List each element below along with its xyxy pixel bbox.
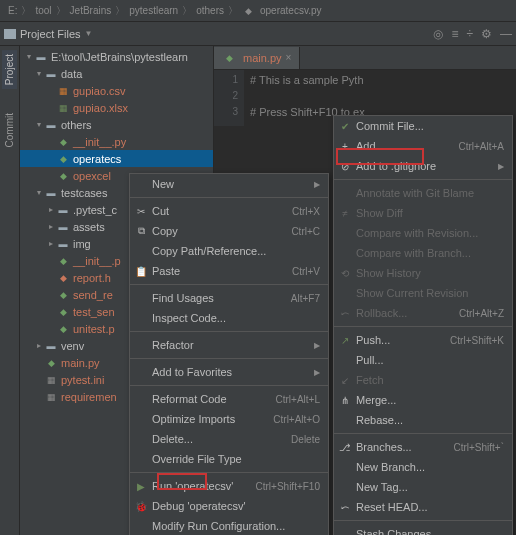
project-toolbar: Project Files ▼ ◎ ≡ ÷ ⚙ — [0, 22, 516, 46]
text-file-icon: ▦ [44, 391, 58, 403]
menu-copy[interactable]: ⧉CopyCtrl+C [130, 221, 328, 241]
folder-icon: ▬ [44, 68, 58, 80]
menu-stash[interactable]: Stash Changes... [334, 524, 512, 535]
folder-icon: ▬ [56, 204, 70, 216]
debug-icon: 🐞 [134, 501, 148, 512]
python-file-icon: ◆ [242, 5, 256, 17]
menu-git-add[interactable]: +AddCtrl+Alt+A [334, 136, 512, 156]
gear-icon[interactable]: ⚙ [481, 27, 492, 41]
folder-icon: ▬ [44, 119, 58, 131]
push-icon: ↗ [338, 335, 352, 346]
ini-file-icon: ▦ [44, 374, 58, 386]
menu-delete[interactable]: Delete...Delete [130, 429, 328, 449]
history-icon: ⟲ [338, 268, 352, 279]
menu-run[interactable]: ▶Run 'operatecsv'Ctrl+Shift+F10 [130, 476, 328, 496]
menu-reformat[interactable]: Reformat CodeCtrl+Alt+L [130, 389, 328, 409]
gitignore-icon: ⊘ [338, 161, 352, 172]
reset-icon: ⤺ [338, 502, 352, 513]
menu-cut[interactable]: ✂CutCtrl+X [130, 201, 328, 221]
sort-icon[interactable]: ≡ [451, 27, 458, 41]
editor-gutter: 1 2 3 [214, 70, 244, 126]
python-file-icon: ◆ [56, 255, 70, 267]
breadcrumb[interactable]: E:〉 tool〉 JetBrains〉 pytestlearn〉 others… [0, 0, 516, 22]
tree-file[interactable]: ◆__init__.py [20, 133, 213, 150]
menu-pull[interactable]: Pull... [334, 350, 512, 370]
expand-icon[interactable]: ÷ [466, 27, 473, 41]
menu-new-branch[interactable]: New Branch... [334, 457, 512, 477]
python-file-icon: ◆ [56, 289, 70, 301]
run-icon: ▶ [134, 481, 148, 492]
menu-paste[interactable]: 📋PasteCtrl+V [130, 261, 328, 281]
menu-modify-run[interactable]: Modify Run Configuration... [130, 516, 328, 535]
menu-copy-path[interactable]: Copy Path/Reference... [130, 241, 328, 261]
menu-commit-file[interactable]: ✔Commit File... [334, 116, 512, 136]
python-file-icon: ◆ [56, 306, 70, 318]
folder-icon: ▬ [56, 221, 70, 233]
python-file-icon: ◆ [44, 357, 58, 369]
menu-refactor[interactable]: Refactor▶ [130, 335, 328, 355]
rollback-icon: ⤺ [338, 308, 352, 319]
tree-file[interactable]: ▦gupiao.csv [20, 82, 213, 99]
python-file-icon: ◆ [56, 153, 70, 165]
menu-compare-branch: Compare with Branch... [334, 243, 512, 263]
menu-push[interactable]: ↗Push...Ctrl+Shift+K [334, 330, 512, 350]
tree-folder-data[interactable]: ▾▬data [20, 65, 213, 82]
menu-find-usages[interactable]: Find UsagesAlt+F7 [130, 288, 328, 308]
tree-root[interactable]: ▾▬E:\tool\JetBrains\pytestlearn [20, 48, 213, 65]
python-file-icon: ◆ [222, 52, 236, 64]
copy-icon: ⧉ [134, 225, 148, 237]
menu-inspect[interactable]: Inspect Code... [130, 308, 328, 328]
xlsx-file-icon: ▦ [56, 102, 70, 114]
menu-gitignore[interactable]: ⊘Add to .gitignore▶ [334, 156, 512, 176]
git-submenu: ✔Commit File... +AddCtrl+Alt+A ⊘Add to .… [333, 115, 513, 535]
menu-reset-head[interactable]: ⤺Reset HEAD... [334, 497, 512, 517]
python-file-icon: ◆ [56, 170, 70, 182]
diff-icon: ≠ [338, 208, 352, 219]
menu-optimize[interactable]: Optimize ImportsCtrl+Alt+O [130, 409, 328, 429]
commit-tab[interactable]: Commit [2, 109, 17, 151]
menu-fetch: ↙Fetch [334, 370, 512, 390]
menu-new-tag[interactable]: New Tag... [334, 477, 512, 497]
folder-icon: ▬ [44, 187, 58, 199]
crumb-p4[interactable]: others [196, 5, 224, 16]
branch-icon: ⎇ [338, 442, 352, 453]
tree-file-operatecsv[interactable]: ◆operatecs [20, 150, 213, 167]
tree-folder-others[interactable]: ▾▬others [20, 116, 213, 133]
tree-file[interactable]: ▦gupiao.xlsx [20, 99, 213, 116]
folder-icon: ▬ [44, 340, 58, 352]
menu-merge[interactable]: ⋔Merge... [334, 390, 512, 410]
crumb-file[interactable]: operatecsv.py [260, 5, 322, 16]
menu-rebase[interactable]: Rebase... [334, 410, 512, 430]
menu-show-diff: ≠Show Diff [334, 203, 512, 223]
editor-tabs: ◆ main.py × [214, 46, 516, 70]
html-file-icon: ◆ [56, 272, 70, 284]
commit-icon: ✔ [338, 121, 352, 132]
tool-window-tabs: Project Commit [0, 46, 20, 535]
crumb-root[interactable]: E: [8, 5, 17, 16]
close-icon[interactable]: × [286, 52, 292, 63]
menu-new[interactable]: New▶ [130, 174, 328, 194]
project-view-dropdown[interactable]: Project Files [20, 28, 81, 40]
crumb-p3[interactable]: pytestlearn [129, 5, 178, 16]
merge-icon: ⋔ [338, 395, 352, 406]
folder-icon: ▬ [34, 51, 48, 63]
editor-tab-main[interactable]: ◆ main.py × [214, 47, 300, 69]
folder-icon: ▬ [56, 238, 70, 250]
context-menu: New▶ ✂CutCtrl+X ⧉CopyCtrl+C Copy Path/Re… [129, 173, 329, 535]
crumb-p2[interactable]: JetBrains [70, 5, 112, 16]
project-tab[interactable]: Project [2, 50, 17, 89]
menu-show-current: Show Current Revision [334, 283, 512, 303]
crumb-p1[interactable]: tool [35, 5, 51, 16]
python-file-icon: ◆ [56, 323, 70, 335]
target-icon[interactable]: ◎ [433, 27, 443, 41]
python-file-icon: ◆ [56, 136, 70, 148]
folder-icon [4, 29, 16, 39]
menu-debug[interactable]: 🐞Debug 'operatecsv' [130, 496, 328, 516]
minimize-icon[interactable]: — [500, 27, 512, 41]
menu-add-favorites[interactable]: Add to Favorites▶ [130, 362, 328, 382]
menu-branches[interactable]: ⎇Branches...Ctrl+Shift+` [334, 437, 512, 457]
menu-override[interactable]: Override File Type [130, 449, 328, 469]
menu-compare-rev: Compare with Revision... [334, 223, 512, 243]
plus-icon: + [338, 141, 352, 152]
csv-file-icon: ▦ [56, 85, 70, 97]
